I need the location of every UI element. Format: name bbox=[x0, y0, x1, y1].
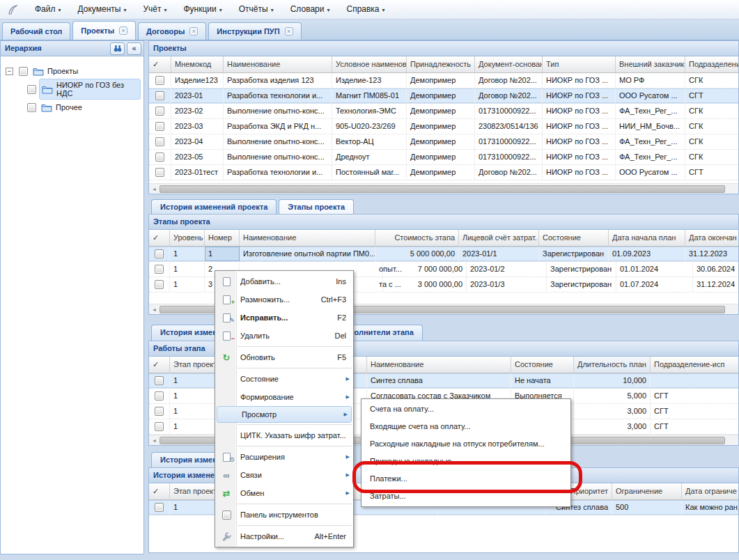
table-row[interactable]: 11Изготовление опытной партии ПМ0...5 00… bbox=[149, 247, 738, 262]
column-header[interactable]: Дата начала план bbox=[609, 230, 685, 246]
column-header[interactable]: Состояние bbox=[539, 230, 609, 246]
table-row[interactable]: 2023-05Выполнение опытно-конс...Дредноут… bbox=[149, 150, 738, 165]
column-header[interactable]: Документ-основан bbox=[475, 56, 543, 72]
column-header[interactable]: Мнемокод bbox=[171, 56, 224, 72]
context-menu-item[interactable]: +Размножить...Ctrl+F3 bbox=[215, 290, 353, 309]
select-column-header[interactable]: ✓ bbox=[149, 357, 170, 373]
column-header[interactable]: Лицевой счёт затрат. bbox=[459, 230, 539, 246]
submenu-item[interactable]: Расходные накладные на отпуск потребител… bbox=[361, 435, 570, 453]
dropdown-arrow-icon: ▾ bbox=[271, 7, 274, 13]
row-checkbox[interactable] bbox=[155, 422, 164, 431]
close-tab-icon[interactable]: × bbox=[189, 27, 198, 36]
menu-help[interactable]: Справка▾ bbox=[338, 2, 393, 17]
table-row[interactable]: Изделие123Разработка изделия 123Изделие-… bbox=[149, 73, 738, 88]
tree-node-other[interactable]: Прочее bbox=[3, 98, 141, 116]
menu-documents[interactable]: Документы▾ bbox=[70, 2, 135, 17]
column-header[interactable]: Условное наименова bbox=[332, 56, 407, 72]
row-checkbox[interactable] bbox=[155, 280, 164, 289]
context-menu-item[interactable]: Панель инструментов bbox=[215, 506, 353, 524]
menu-accounting[interactable]: Учёт▾ bbox=[134, 2, 175, 17]
select-column-header[interactable]: ✓ bbox=[149, 56, 171, 72]
close-tab-icon[interactable]: × bbox=[285, 27, 293, 36]
select-column-header[interactable]: ✓ bbox=[149, 483, 170, 499]
row-checkbox[interactable] bbox=[155, 391, 164, 400]
context-menu-item[interactable]: ⚙Расширения▶ bbox=[215, 448, 353, 466]
tab-project-stages[interactable]: Этапы проекта bbox=[279, 199, 354, 215]
tab-contracts[interactable]: Договоры× bbox=[138, 22, 206, 40]
context-menu-item[interactable]: −УдалитьDel bbox=[215, 327, 353, 345]
column-header[interactable]: Ограничение bbox=[612, 483, 682, 499]
submenu-item[interactable]: Входящие счета на оплату... bbox=[361, 418, 570, 435]
node-checkbox[interactable] bbox=[27, 85, 36, 94]
context-menu-item[interactable]: Добавить...Ins bbox=[215, 272, 353, 290]
search-icon[interactable] bbox=[110, 42, 125, 55]
column-header[interactable]: Тип bbox=[543, 56, 616, 72]
row-checkbox[interactable] bbox=[155, 407, 164, 416]
collapse-panel-icon[interactable]: « bbox=[127, 42, 141, 55]
node-checkbox[interactable] bbox=[19, 67, 28, 76]
row-checkbox[interactable] bbox=[155, 265, 164, 274]
column-header[interactable]: Длительность план▼ bbox=[574, 357, 651, 373]
scroll-left-icon[interactable]: ◄ bbox=[149, 307, 160, 312]
scroll-left-icon[interactable]: ◄ bbox=[149, 187, 160, 192]
column-header[interactable]: Внешний заказчик bbox=[616, 56, 685, 72]
collapse-node-icon[interactable]: − bbox=[6, 68, 13, 75]
tree-node-niokr[interactable]: НИОКР по ГОЗ без НДС bbox=[3, 80, 141, 98]
column-header[interactable]: Дата окончан bbox=[685, 230, 738, 246]
context-menu-item[interactable]: ↻ОбновитьF5 bbox=[215, 348, 353, 366]
tab-instructions[interactable]: Инструкции ПУП× bbox=[208, 22, 301, 40]
scrollbar-thumb[interactable] bbox=[160, 185, 725, 193]
context-menu-item[interactable]: Формирование▶ bbox=[215, 388, 353, 406]
tree-node-projects[interactable]: − Проекты bbox=[3, 62, 141, 80]
context-menu-item[interactable]: ✎Исправить...F2 bbox=[215, 309, 353, 327]
row-checkbox[interactable] bbox=[155, 168, 164, 177]
column-header[interactable]: Уровень bbox=[170, 230, 205, 246]
column-header[interactable]: Стоимость этапа bbox=[375, 230, 459, 246]
column-header[interactable]: Состояние bbox=[511, 357, 574, 373]
context-menu-item[interactable]: Настройки...Alt+Enter bbox=[215, 527, 353, 545]
table-row[interactable]: 2023-02Выполнение опытно-конс...Технолог… bbox=[149, 104, 738, 119]
menu-file[interactable]: Файл▾ bbox=[26, 2, 70, 17]
submenu-item[interactable]: Приходные накладные... bbox=[361, 453, 570, 470]
menu-functions[interactable]: Функции▾ bbox=[175, 2, 230, 17]
scroll-left-icon[interactable]: ◄ bbox=[149, 438, 160, 443]
table-row[interactable]: 2023-01тестРазработка технологии и...Пос… bbox=[149, 165, 738, 180]
context-menu-item[interactable]: ЦИТК. Указать шифр затрат... bbox=[215, 426, 353, 444]
column-header[interactable]: Принадлежность bbox=[407, 56, 475, 72]
row-checkbox[interactable] bbox=[155, 76, 164, 85]
context-menu-item[interactable]: Состояние▶ bbox=[215, 370, 353, 388]
column-header[interactable]: Подразделени bbox=[685, 56, 738, 72]
row-checkbox[interactable] bbox=[155, 122, 164, 131]
menu-reports[interactable]: Отчёты▾ bbox=[231, 2, 282, 17]
close-tab-icon[interactable]: × bbox=[119, 26, 127, 35]
node-checkbox[interactable] bbox=[27, 103, 36, 112]
context-menu-item[interactable]: ⇄Обмен▶ bbox=[215, 484, 353, 502]
column-header[interactable]: Наименование bbox=[367, 357, 511, 373]
context-menu-item[interactable]: ∞Связи▶ bbox=[215, 466, 353, 484]
row-checkbox[interactable] bbox=[155, 107, 164, 116]
column-header[interactable]: Наименование bbox=[224, 56, 332, 72]
tab-desktop[interactable]: Рабочий стол bbox=[2, 22, 70, 40]
table-row[interactable]: 2023-04Выполнение опытно-конс...Вектор-А… bbox=[149, 134, 738, 150]
row-checkbox[interactable] bbox=[155, 249, 164, 258]
row-checkbox[interactable] bbox=[155, 153, 164, 162]
tab-projects[interactable]: Проекты× bbox=[72, 21, 136, 40]
row-checkbox[interactable] bbox=[155, 503, 164, 512]
row-checkbox[interactable] bbox=[155, 137, 164, 146]
column-header[interactable]: Наименование bbox=[240, 230, 375, 246]
select-column-header[interactable]: ✓ bbox=[149, 230, 170, 246]
horizontal-scrollbar[interactable]: ◄ bbox=[149, 183, 738, 194]
submenu-item[interactable]: Платежи... bbox=[361, 470, 570, 488]
row-checkbox[interactable] bbox=[155, 91, 164, 100]
column-header[interactable]: Номер bbox=[205, 230, 240, 246]
column-header[interactable]: Дата ограниче bbox=[682, 483, 738, 499]
row-checkbox[interactable] bbox=[155, 376, 164, 385]
menu-dictionaries[interactable]: Словари▾ bbox=[282, 2, 339, 17]
context-menu-item[interactable]: Просмотр▶ bbox=[217, 406, 352, 423]
table-row[interactable]: 2023-01Разработка технологии и...Магнит … bbox=[149, 88, 738, 104]
submenu-item[interactable]: Счета на оплату... bbox=[361, 400, 570, 418]
submenu-item[interactable]: Затраты... bbox=[361, 488, 570, 505]
tab-project-history[interactable]: История изменений проекта bbox=[151, 199, 277, 215]
column-header[interactable]: Подразделение-исп bbox=[651, 357, 738, 373]
table-row[interactable]: 2023-03Разработка ЭКД и РКД н...905-U020… bbox=[149, 119, 738, 134]
